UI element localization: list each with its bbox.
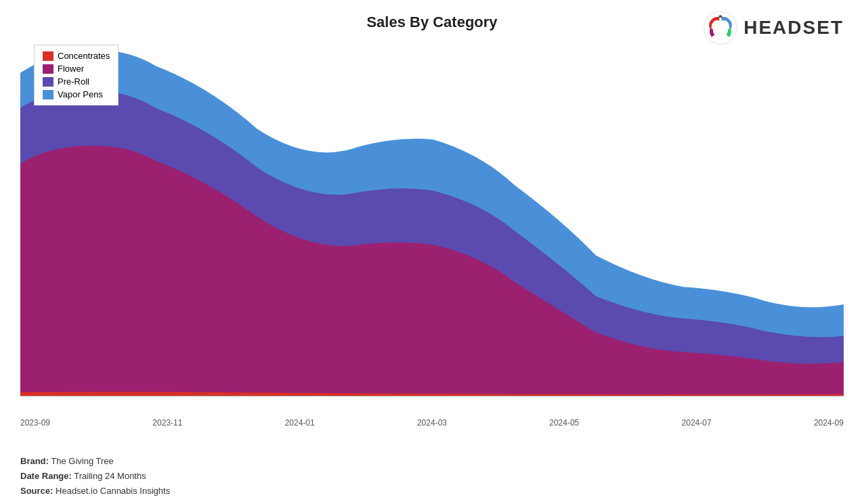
- brand-row: Brand: The Giving Tree: [20, 454, 170, 469]
- legend-item-vapor-pens: Vapor Pens: [43, 89, 110, 99]
- footer-info: Brand: The Giving Tree Date Range: Trail…: [20, 454, 170, 499]
- x-axis-labels: 2023-09 2023-11 2024-01 2024-03 2024-05 …: [20, 418, 844, 428]
- source-row: Source: Headset.io Cannabis Insights: [20, 484, 170, 499]
- concentrates-color: [43, 51, 53, 61]
- date-range-label: Date Range:: [20, 471, 72, 481]
- preroll-color: [43, 77, 53, 87]
- x-label-4: 2024-05: [549, 418, 579, 428]
- brand-label: Brand:: [20, 456, 49, 466]
- legend-item-flower: Flower: [43, 64, 110, 74]
- x-label-1: 2023-11: [152, 418, 182, 428]
- legend-item-concentrates: Concentrates: [43, 51, 110, 61]
- brand-value: The Giving Tree: [51, 456, 114, 466]
- source-value: Headset.io Cannabis Insights: [56, 486, 170, 496]
- flower-color: [43, 64, 53, 74]
- logo-text: HEADSET: [743, 17, 844, 39]
- vapor-pens-label: Vapor Pens: [58, 89, 103, 99]
- chart-svg: [20, 38, 844, 417]
- vapor-pens-color: [43, 90, 53, 99]
- chart-area: Concentrates Flower Pre-Roll Vapor Pens: [20, 38, 844, 417]
- x-label-6: 2024-09: [814, 418, 844, 428]
- x-label-5: 2024-07: [682, 418, 712, 428]
- date-range-row: Date Range: Trailing 24 Months: [20, 469, 170, 484]
- x-label-3: 2024-03: [417, 418, 447, 428]
- chart-container: HEADSET Sales By Category: [0, 0, 864, 504]
- flower-label: Flower: [58, 64, 84, 74]
- preroll-label: Pre-Roll: [58, 76, 89, 87]
- x-label-0: 2023-09: [20, 418, 50, 428]
- legend: Concentrates Flower Pre-Roll Vapor Pens: [34, 45, 118, 106]
- source-label: Source:: [20, 486, 53, 496]
- legend-item-preroll: Pre-Roll: [43, 76, 110, 87]
- concentrates-label: Concentrates: [58, 51, 110, 61]
- date-range-value: Trailing 24 Months: [74, 471, 146, 481]
- x-label-2: 2024-01: [285, 418, 315, 428]
